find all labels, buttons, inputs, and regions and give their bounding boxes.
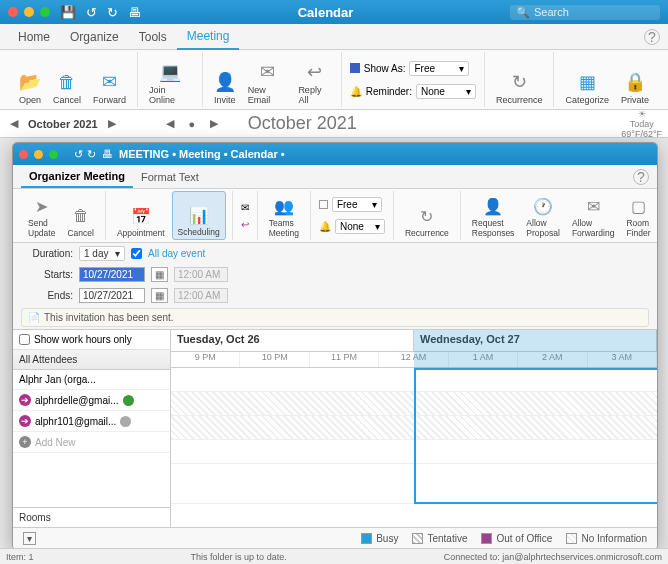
calendar-nav: ◀ October 2021 ▶ ◀ ● ▶ October 2021 ☀ To… xyxy=(0,110,668,138)
send-update-button[interactable]: ➤Send Update xyxy=(23,191,60,240)
minimize-window-icon[interactable] xyxy=(24,7,34,17)
bell-icon: 🔔 xyxy=(350,86,362,97)
ends-row: Ends: 10/27/2021 ▦ 12:00 AM xyxy=(13,285,657,306)
starts-date-picker-icon[interactable]: ▦ xyxy=(151,267,168,282)
tab-organize[interactable]: Organize xyxy=(60,25,129,49)
cancel-button[interactable]: 🗑Cancel xyxy=(62,191,98,240)
show-work-hours-checkbox[interactable] xyxy=(19,334,30,345)
accepted-icon xyxy=(123,395,134,406)
all-day-checkbox[interactable] xyxy=(131,248,142,259)
meeting-tab-bar: Organizer Meeting Format Text ? xyxy=(13,165,657,189)
search-input[interactable]: 🔍 Search xyxy=(510,5,660,20)
redo-icon[interactable]: ↻ xyxy=(107,5,118,20)
sub-undo-icon[interactable]: ↺ xyxy=(74,148,83,161)
reply-all-button[interactable]: ↩Reply All xyxy=(293,52,334,107)
rooms-header[interactable]: Rooms xyxy=(13,507,170,527)
weather-widget[interactable]: ☀ Today 69°F/62°F xyxy=(621,109,662,139)
duration-row: Duration: 1 day▾ All day event xyxy=(13,243,657,264)
reply-icon[interactable]: ↩ xyxy=(241,219,249,230)
meeting-title: MEETING • Meeting • Calendar • xyxy=(119,148,285,160)
join-online-button[interactable]: 💻Join Online xyxy=(144,52,196,107)
appointment-button[interactable]: 📅Appointment xyxy=(112,191,170,240)
ends-time-input[interactable]: 12:00 AM xyxy=(174,288,228,303)
meeting-ribbon: ➤Send Update 🗑Cancel 📅Appointment 📊Sched… xyxy=(13,189,657,243)
search-placeholder: Search xyxy=(534,6,569,18)
save-icon[interactable]: 💾 xyxy=(60,5,76,20)
timeline[interactable]: Tuesday, Oct 26 Wednesday, Oct 27 9 PM 1… xyxy=(171,330,657,527)
prev-month-icon[interactable]: ◀ xyxy=(6,117,22,130)
sub-redo-icon[interactable]: ↻ xyxy=(87,148,96,161)
legend: ▾ Busy Tentative Out of Office No Inform… xyxy=(13,527,657,549)
attendee-row[interactable]: ➔alphrdelle@gmai... xyxy=(13,390,170,411)
mail-icon[interactable]: ✉ xyxy=(241,202,249,213)
info-icon: 📄 xyxy=(28,312,40,323)
reminder-combo[interactable]: None▾ xyxy=(416,84,476,99)
scheduling-button[interactable]: 📊Scheduling xyxy=(172,191,226,240)
add-attendee-button[interactable]: +Add New xyxy=(13,432,170,453)
reminder-combo-sub[interactable]: None▾ xyxy=(335,219,385,234)
sub-max-icon[interactable] xyxy=(49,150,58,159)
starts-date-input[interactable]: 10/27/2021 xyxy=(79,267,145,282)
tab-organizer-meeting[interactable]: Organizer Meeting xyxy=(21,166,133,188)
help-icon[interactable]: ? xyxy=(644,29,660,45)
connection-status: Connected to: jan@alphrtechservices.onmi… xyxy=(444,552,662,562)
sub-print-icon[interactable]: 🖶 xyxy=(102,148,113,160)
sub-min-icon[interactable] xyxy=(34,150,43,159)
legend-tentative: Tentative xyxy=(427,533,467,544)
room-finder-button[interactable]: ▢Room Finder xyxy=(621,191,655,240)
close-window-icon[interactable] xyxy=(8,7,18,17)
attendee-row[interactable]: ➔alphr101@gmail... xyxy=(13,411,170,432)
starts-time-input[interactable]: 12:00 AM xyxy=(174,267,228,282)
attendee-row-organizer[interactable]: Alphr Jan (orga... xyxy=(13,370,170,390)
show-as-combo[interactable]: Free▾ xyxy=(409,61,469,76)
required-icon: ➔ xyxy=(19,415,31,427)
timeline-grid[interactable] xyxy=(171,368,657,504)
request-responses-button[interactable]: 👤Request Responses xyxy=(467,191,520,240)
prev-day-icon[interactable]: ◀ xyxy=(162,117,178,130)
options-icon[interactable]: ▾ xyxy=(23,532,36,545)
main-ribbon: 📂Open 🗑Cancel ✉Forward 💻Join Online 👤Inv… xyxy=(0,50,668,110)
today-icon[interactable]: ● xyxy=(184,118,200,130)
duration-combo[interactable]: 1 day▾ xyxy=(79,246,125,261)
allow-proposal-button[interactable]: 🕐Allow Proposal xyxy=(521,191,565,240)
teams-meeting-button[interactable]: 👥Teams Meeting xyxy=(264,191,304,240)
hour-label: 11 PM xyxy=(310,352,379,367)
next-day-icon[interactable]: ▶ xyxy=(206,117,222,130)
allow-forwarding-button[interactable]: ✉Allow Forwarding xyxy=(567,191,620,240)
meeting-help-icon[interactable]: ? xyxy=(633,169,649,185)
status-combo[interactable]: Free▾ xyxy=(332,197,382,212)
search-icon: 🔍 xyxy=(516,6,530,19)
print-icon[interactable]: 🖶 xyxy=(128,5,141,20)
plus-icon: + xyxy=(19,436,31,448)
tab-tools[interactable]: Tools xyxy=(129,25,177,49)
legend-busy: Busy xyxy=(376,533,398,544)
cancel-meeting-button[interactable]: 🗑Cancel xyxy=(48,52,86,107)
private-button[interactable]: 🔒Private xyxy=(616,52,654,107)
recurrence-button[interactable]: ↻Recurrence xyxy=(491,52,548,107)
ends-date-input[interactable]: 10/27/2021 xyxy=(79,288,145,303)
ends-date-picker-icon[interactable]: ▦ xyxy=(151,288,168,303)
legend-oof: Out of Office xyxy=(496,533,552,544)
forward-button[interactable]: ✉Forward xyxy=(88,52,131,107)
categorize-button[interactable]: ▦Categorize xyxy=(560,52,614,107)
tab-format-text[interactable]: Format Text xyxy=(133,167,207,187)
all-attendees-header[interactable]: All Attendees xyxy=(13,350,170,370)
recurrence-button-sub[interactable]: ↻Recurrence xyxy=(400,191,454,240)
sub-close-icon[interactable] xyxy=(19,150,28,159)
info-bar: 📄 This invitation has been sent. xyxy=(21,308,649,327)
undo-icon[interactable]: ↺ xyxy=(86,5,97,20)
status-bar: Item: 1 This folder is up to date. Conne… xyxy=(0,548,668,564)
open-button[interactable]: 📂Open xyxy=(14,52,46,107)
tab-home[interactable]: Home xyxy=(8,25,60,49)
hour-label: 9 PM xyxy=(171,352,240,367)
timeline-day-1: Tuesday, Oct 26 xyxy=(171,330,414,351)
maximize-window-icon[interactable] xyxy=(40,7,50,17)
invite-button[interactable]: 👤Invite xyxy=(209,52,241,107)
attendee-column: Show work hours only All Attendees Alphr… xyxy=(13,330,171,527)
new-email-button[interactable]: ✉New Email xyxy=(243,52,292,107)
show-work-hours-label: Show work hours only xyxy=(34,334,132,345)
next-month-icon[interactable]: ▶ xyxy=(104,117,120,130)
legend-noinfo: No Information xyxy=(581,533,647,544)
tab-meeting[interactable]: Meeting xyxy=(177,24,240,50)
show-as-row: Show As: Free▾ xyxy=(348,59,478,78)
